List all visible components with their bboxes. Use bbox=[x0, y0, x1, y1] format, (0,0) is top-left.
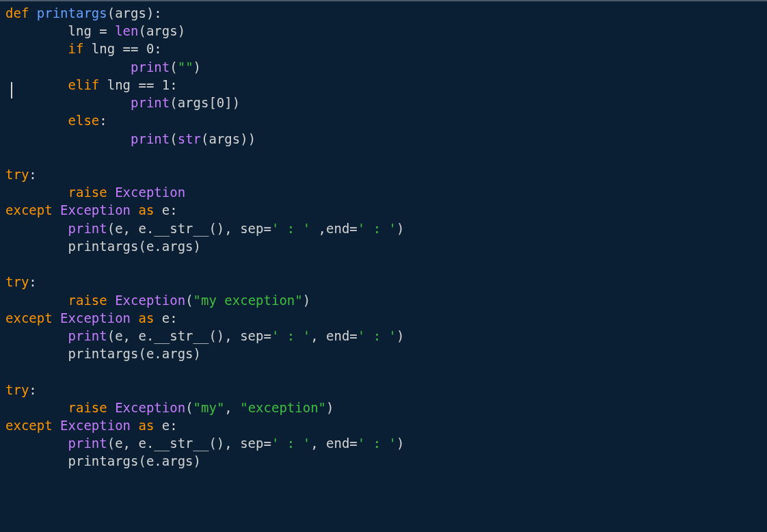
code-token: ( bbox=[170, 59, 177, 75]
code-token: ,end= bbox=[310, 221, 358, 236]
code-token: except bbox=[5, 310, 53, 325]
code-line[interactable] bbox=[5, 148, 762, 165]
code-token: : bbox=[99, 113, 107, 128]
code-token: ' : ' bbox=[271, 221, 310, 236]
code-token: "" bbox=[178, 59, 193, 75]
code-line[interactable]: print(str(args)) bbox=[5, 130, 762, 148]
code-line[interactable]: print(args[0]) bbox=[5, 94, 762, 111]
code-token: Exception bbox=[60, 418, 131, 433]
code-token: printargs bbox=[37, 5, 107, 21]
code-token: as bbox=[139, 310, 154, 325]
code-token bbox=[131, 418, 138, 433]
code-line[interactable]: try: bbox=[5, 165, 762, 183]
code-line[interactable]: try: bbox=[5, 381, 762, 399]
code-token: , end= bbox=[310, 328, 358, 343]
code-line[interactable]: raise Exception("my", "exception") bbox=[5, 399, 762, 416]
code-line[interactable]: printargs(e.args) bbox=[5, 237, 762, 255]
code-line[interactable]: print(e, e.__str__(), sep=' : ', end=' :… bbox=[5, 327, 762, 345]
code-token: e: bbox=[154, 202, 177, 217]
code-token: print bbox=[68, 328, 107, 343]
code-line[interactable] bbox=[5, 255, 762, 273]
code-token bbox=[5, 185, 68, 200]
code-token bbox=[5, 113, 68, 128]
code-token: (args): bbox=[107, 5, 162, 21]
code-token: as bbox=[139, 202, 154, 217]
code-line[interactable]: except Exception as e: bbox=[5, 309, 762, 327]
code-token: ) bbox=[396, 328, 404, 343]
code-token: print bbox=[131, 95, 170, 110]
code-token: lng = bbox=[5, 23, 115, 38]
code-token: def bbox=[5, 5, 29, 21]
code-token bbox=[5, 328, 68, 343]
code-token: , bbox=[224, 400, 240, 415]
code-token: if bbox=[68, 41, 84, 56]
code-line[interactable]: raise Exception bbox=[5, 183, 762, 201]
code-token: try bbox=[5, 167, 29, 182]
code-token bbox=[131, 202, 138, 217]
code-token: print bbox=[68, 436, 107, 451]
code-token: e: bbox=[154, 418, 177, 433]
code-token bbox=[107, 185, 115, 200]
code-line[interactable]: lng = len(args) bbox=[5, 22, 762, 40]
code-line[interactable]: else: bbox=[5, 111, 762, 129]
code-token bbox=[5, 95, 131, 110]
code-token: print bbox=[131, 59, 170, 75]
code-token bbox=[5, 59, 131, 75]
code-token bbox=[53, 310, 60, 325]
code-token: ' : ' bbox=[271, 328, 310, 343]
code-token: "my exception" bbox=[193, 293, 303, 308]
code-token: (e, e.__str__(), sep= bbox=[107, 221, 271, 236]
code-token: (e, e.__str__(), sep= bbox=[107, 328, 271, 343]
code-line[interactable]: printargs(e.args) bbox=[5, 345, 762, 362]
code-token: : bbox=[29, 274, 36, 289]
code-token: Exception bbox=[60, 310, 131, 325]
code-token: (args[0]) bbox=[170, 95, 240, 110]
code-token: e: bbox=[154, 310, 177, 325]
code-token: ( bbox=[185, 293, 193, 308]
code-token: print bbox=[131, 131, 170, 146]
code-line[interactable]: except Exception as e: bbox=[5, 416, 762, 434]
code-token: printargs(e.args) bbox=[5, 453, 201, 468]
code-token: Exception bbox=[115, 400, 185, 415]
code-token: "my" bbox=[193, 400, 225, 415]
code-line[interactable]: def printargs(args): bbox=[5, 4, 762, 22]
code-token: , end= bbox=[310, 436, 358, 451]
code-token: raise bbox=[68, 185, 107, 200]
code-token: elif bbox=[68, 77, 100, 92]
code-line[interactable]: raise Exception("my exception") bbox=[5, 291, 762, 309]
code-line[interactable] bbox=[5, 362, 762, 380]
code-token bbox=[107, 293, 115, 308]
code-line[interactable]: print(e, e.__str__(), sep=' : ', end=' :… bbox=[5, 434, 762, 452]
code-line[interactable]: except Exception as e: bbox=[5, 201, 762, 219]
text-cursor bbox=[11, 82, 12, 98]
code-editor[interactable]: def printargs(args): lng = len(args) if … bbox=[5, 4, 762, 470]
code-token: except bbox=[5, 202, 53, 217]
code-line[interactable]: print("") bbox=[5, 58, 762, 76]
code-token: as bbox=[139, 418, 154, 433]
code-token bbox=[5, 221, 68, 236]
code-token: ( bbox=[185, 400, 193, 415]
code-line[interactable]: if lng == 0: bbox=[5, 40, 762, 57]
code-token bbox=[131, 310, 138, 325]
code-token bbox=[5, 436, 68, 451]
code-token: else bbox=[68, 113, 100, 128]
code-token: str bbox=[178, 131, 201, 146]
code-token: lng == 0: bbox=[83, 41, 161, 56]
code-token bbox=[29, 5, 36, 21]
code-line[interactable]: try: bbox=[5, 273, 762, 291]
code-token: ) bbox=[326, 400, 334, 415]
code-line[interactable]: printargs(e.args) bbox=[5, 452, 762, 470]
code-token bbox=[53, 418, 60, 433]
code-token: Exception bbox=[60, 202, 131, 217]
code-token bbox=[53, 202, 60, 217]
code-token: raise bbox=[68, 400, 107, 415]
code-token: "exception" bbox=[240, 400, 326, 415]
code-token: : bbox=[29, 382, 36, 397]
code-token: ) bbox=[396, 436, 404, 451]
code-token: try bbox=[5, 382, 29, 397]
code-line[interactable]: print(e, e.__str__(), sep=' : ' ,end=' :… bbox=[5, 220, 762, 237]
code-token bbox=[5, 400, 68, 415]
code-token: (args) bbox=[138, 23, 185, 38]
code-token: (args)) bbox=[201, 131, 256, 146]
code-line[interactable]: elif lng == 1: bbox=[5, 76, 762, 94]
